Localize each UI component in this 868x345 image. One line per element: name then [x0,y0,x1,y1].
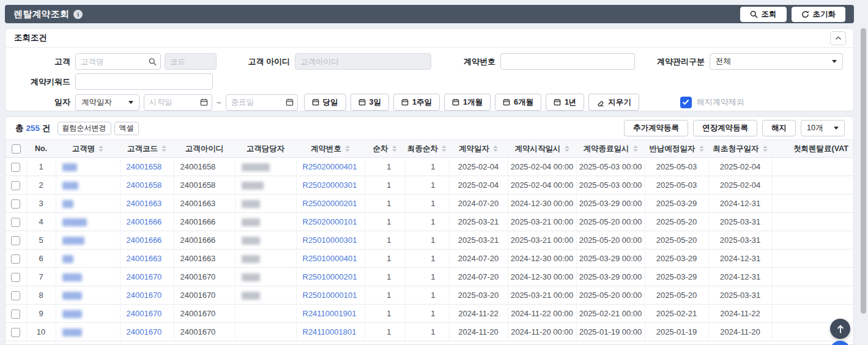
sort-icon[interactable] [699,146,704,152]
sort-icon[interactable] [345,146,350,152]
customer-name-redacted[interactable] [62,328,82,336]
column-header[interactable]: 고객아이디 [174,140,235,158]
info-icon[interactable]: i [73,10,83,19]
excel-export-button[interactable]: 엑셀 [114,122,139,135]
cell-end-datetime: 2025-05-03 00:00 [576,158,645,176]
contract-no-link[interactable]: R25010000101 [303,291,357,300]
reset-button[interactable]: 초기화 [792,7,846,22]
sort-icon[interactable] [98,146,103,152]
column-header[interactable]: 최종순차 [405,140,449,158]
contract-no-link[interactable]: R25010000301 [303,236,357,245]
quick-range-3d-button[interactable]: 3일 [351,94,389,111]
sort-icon[interactable] [633,146,638,152]
clear-dates-button[interactable]: 지우기 [588,94,639,111]
customer-name-redacted[interactable] [62,237,84,245]
customer-name-redacted[interactable] [62,200,73,208]
column-header[interactable]: 반납예정일자 [645,140,708,158]
column-header[interactable]: 최초청구일자 [708,140,772,158]
row-checkbox[interactable] [11,254,20,264]
customer-manager-redacted [242,255,260,263]
extend-contract-button[interactable]: 연장계약등록 [693,120,757,136]
contract-no-input[interactable] [500,53,635,70]
quick-range-1w-button[interactable]: 1주일 [393,94,440,111]
column-header[interactable]: 계약종료일시 [576,140,645,158]
customer-manager-redacted [242,218,260,226]
search-button[interactable]: 조회 [740,7,787,22]
collapse-panel-button[interactable] [830,31,846,45]
terminate-button[interactable]: 해지 [762,120,796,136]
sort-icon[interactable] [763,146,768,152]
keyword-input[interactable] [75,73,213,90]
contract-no-link[interactable]: R25020000401 [303,162,357,171]
column-header[interactable]: 순차 [365,140,405,158]
row-checkbox[interactable] [11,163,20,172]
cell-return-due-date: 2025-05-20 [645,213,708,231]
customer-code-link[interactable]: 24001670 [127,272,162,281]
contract-no-link[interactable]: R24110001901 [303,309,357,318]
column-header[interactable]: 고객담당자 [235,140,296,158]
quick-range-1m-button[interactable]: 1개월 [444,94,491,111]
sort-icon[interactable] [392,146,397,152]
quick-range-6m-button[interactable]: 6개월 [495,94,541,111]
search-icon[interactable] [149,58,157,65]
sort-icon[interactable] [565,146,569,152]
column-header[interactable]: 계약시작일시 [508,140,576,158]
customer-code-link[interactable]: 24001666 [127,236,162,245]
row-checkbox[interactable] [11,310,20,319]
contract-no-link[interactable]: R25010000401 [303,254,357,263]
sort-icon[interactable] [442,146,447,152]
filter-panel: 조회조건 고객 고객 아이디 계약번호 계약관리구분 전체 계약키워드 [5,28,854,111]
contract-no-link[interactable]: R25020000301 [303,180,357,190]
column-header[interactable]: 계약번호 [296,140,365,158]
customer-code-link[interactable]: 24001663 [127,199,162,208]
contract-type-select[interactable]: 전체 [710,53,843,70]
page-size-select[interactable]: 10개 [801,120,845,136]
sort-icon[interactable] [493,146,498,152]
contract-no-link[interactable]: R25020000101 [303,217,357,226]
row-checkbox[interactable] [11,181,20,190]
customer-name-redacted[interactable] [62,310,82,318]
row-checkbox[interactable] [11,328,20,337]
scrollbar-thumb[interactable] [861,28,866,314]
customer-code-link[interactable]: 24001670 [127,309,162,318]
customer-name-redacted[interactable] [62,292,82,300]
column-header[interactable]: 고객코드 [120,140,174,158]
customer-name-redacted[interactable] [62,163,77,171]
customer-code-link[interactable]: 24001663 [127,254,162,263]
add-contract-button[interactable]: 추가계약등록 [624,120,688,136]
cell-return-due-date: 2025-05-20 [645,286,708,305]
row-checkbox[interactable] [11,218,20,227]
customer-code-link[interactable]: 24001658 [127,162,162,171]
calendar-icon[interactable] [200,98,208,106]
customer-name-input[interactable] [75,53,161,70]
row-checkbox[interactable] [11,199,20,209]
date-type-select[interactable]: 계약일자 [75,94,139,111]
column-header[interactable]: 고객명 [56,140,120,158]
column-order-button[interactable]: 컬럼순서변경 [57,122,111,135]
customer-name-redacted[interactable] [62,273,82,281]
calendar-icon[interactable] [286,98,294,106]
customer-name-redacted[interactable] [62,182,78,190]
column-header[interactable]: 계약일자 [449,140,508,158]
exclude-terminated-checkbox[interactable] [680,97,692,108]
customer-id-input [295,53,431,70]
customer-name-redacted[interactable] [62,218,87,226]
quick-range-today-button[interactable]: 당일 [304,94,346,111]
column-header[interactable]: No. [26,140,56,158]
contract-no-link[interactable]: R25020000201 [303,199,357,208]
customer-code-link[interactable]: 24001670 [127,327,162,336]
row-checkbox[interactable] [11,273,20,282]
quick-range-1y-button[interactable]: 1년 [546,94,584,111]
customer-code-link[interactable]: 24001658 [127,180,162,190]
sort-icon[interactable] [161,146,166,152]
contract-no-link[interactable]: R25010000201 [303,272,357,281]
scroll-to-top-button[interactable] [830,319,850,339]
contract-no-link[interactable]: R24110001801 [303,327,357,336]
customer-code-link[interactable]: 24001666 [127,217,162,226]
row-checkbox[interactable] [11,291,20,300]
customer-name-redacted[interactable] [62,255,73,263]
row-checkbox[interactable] [11,236,20,245]
customer-code-link[interactable]: 24001670 [127,291,162,300]
column-header[interactable]: 첫회렌탈료(VAT [772,140,854,158]
select-all-checkbox[interactable] [12,144,21,154]
